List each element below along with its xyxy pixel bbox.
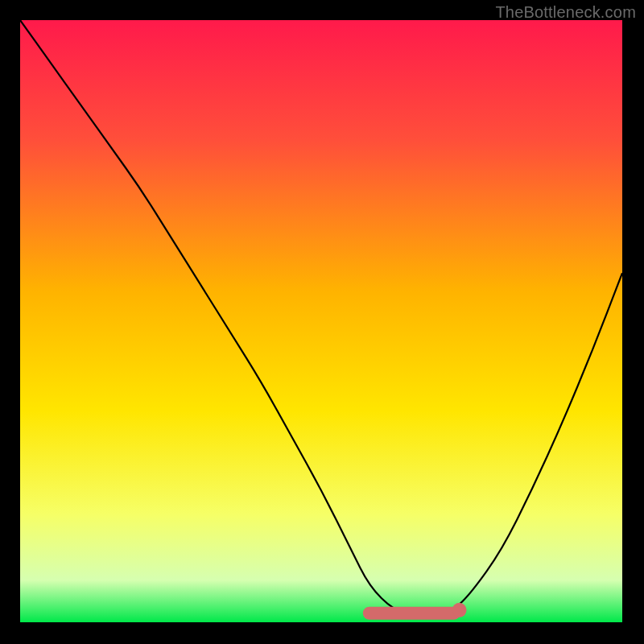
plot-area [20,20,622,622]
chart-frame: TheBottleneck.com [0,0,644,644]
bottleneck-chart [20,20,622,622]
attribution-text: TheBottleneck.com [495,3,636,22]
gradient-background [20,20,622,622]
optimal-range-endpoint [452,603,467,617]
